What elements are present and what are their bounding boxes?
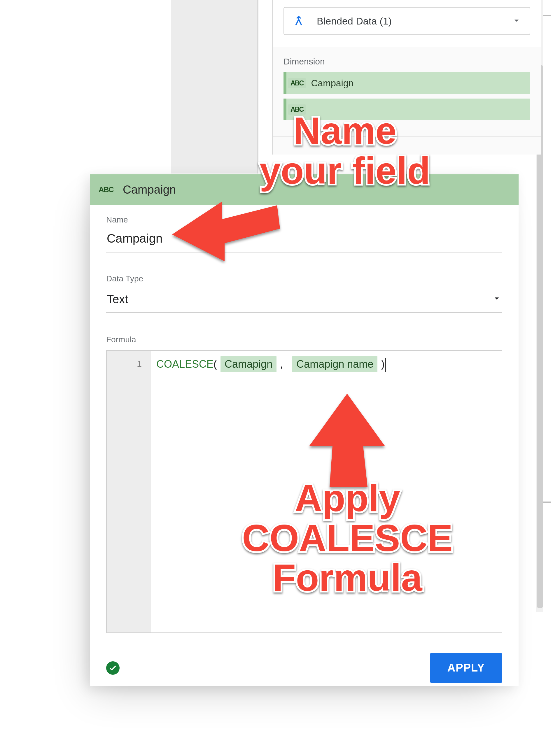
chevron-down-icon [512, 15, 522, 27]
panel-divider-mark [543, 15, 551, 16]
text-cursor [385, 358, 385, 372]
name-label: Name [106, 215, 502, 225]
paren-open: ( [214, 358, 217, 370]
editor-footer: APPLY [90, 642, 519, 686]
annotation-arrow-left [172, 185, 280, 261]
formula-function: COALESCE [156, 358, 214, 370]
line-gutter: 1 [107, 351, 151, 633]
separator: , [280, 358, 283, 370]
annotation-name-field: Name your field [260, 111, 430, 191]
formula-arg: Camapign [221, 356, 277, 372]
type-badge: ABC [288, 78, 306, 88]
data-source-section: Blended Data (1) [273, 0, 541, 47]
apply-button[interactable]: APPLY [430, 653, 502, 683]
dimension-field-label: Campaign [311, 78, 353, 89]
type-badge: ABC [96, 184, 116, 196]
formula-label: Formula [106, 335, 502, 344]
svg-marker-0 [172, 202, 280, 261]
svg-marker-1 [309, 394, 385, 487]
data-source-label: Blended Data (1) [317, 15, 512, 27]
dimension-title: Dimension [283, 57, 530, 66]
annotation-arrow-up [309, 394, 385, 487]
calculated-field-editor: ABC Campaign Name Data Type Text Formula… [90, 174, 519, 686]
data-type-select[interactable]: Text [106, 289, 502, 313]
data-type-value: Text [107, 293, 128, 306]
field-name-input[interactable] [106, 230, 502, 253]
chevron-down-icon [492, 293, 502, 306]
canvas-background [171, 0, 258, 173]
data-source-select[interactable]: Blended Data (1) [283, 7, 530, 35]
annotation-formula: Apply COALESCE Formula [242, 478, 453, 598]
formula-arg: Camapign name [292, 356, 377, 372]
line-number: 1 [107, 356, 150, 372]
validation-ok-icon [106, 661, 119, 675]
editor-header-title: Campaign [123, 183, 176, 196]
paren-close: ) [381, 358, 384, 370]
dimension-field[interactable]: ABC Campaign [283, 72, 530, 94]
panel-divider-mark [543, 501, 551, 503]
data-type-label: Data Type [106, 274, 502, 283]
blend-icon [292, 15, 305, 27]
